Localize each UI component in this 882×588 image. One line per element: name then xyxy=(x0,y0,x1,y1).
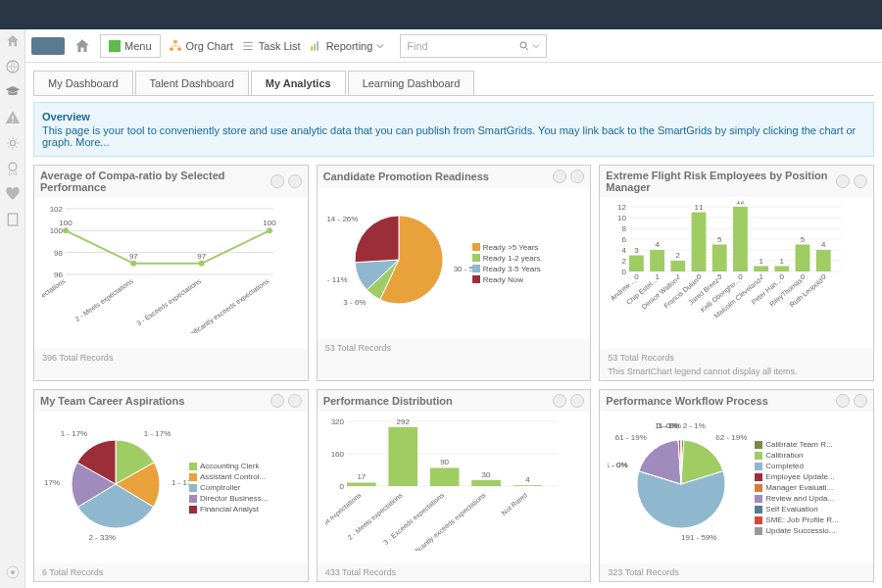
legend-item: Manager Evaluati... xyxy=(755,483,838,492)
gear-icon[interactable] xyxy=(553,394,566,408)
svg-text:6 - 11%: 6 - 11% xyxy=(325,275,348,284)
svg-text:1: 1 xyxy=(760,257,764,266)
chevron-down-icon xyxy=(376,42,384,50)
close-icon[interactable] xyxy=(570,394,584,408)
svg-text:12: 12 xyxy=(617,203,626,212)
svg-text:4: 4 xyxy=(525,475,530,484)
search-placeholder: Find xyxy=(407,40,427,52)
svg-text:320: 320 xyxy=(330,417,344,426)
svg-text:0: 0 xyxy=(339,482,344,491)
tab-talent-dashboard[interactable]: Talent Dashboard xyxy=(135,71,249,95)
svg-rect-62 xyxy=(692,213,707,272)
home-button[interactable] xyxy=(73,36,92,56)
svg-text:2 - 1%: 2 - 1% xyxy=(683,421,706,430)
chevron-down-icon xyxy=(532,42,540,50)
svg-text:1 - 0%: 1 - 0% xyxy=(659,421,681,430)
gear-icon[interactable] xyxy=(553,170,566,183)
svg-text:30: 30 xyxy=(481,470,490,479)
tab-learning-dashboard[interactable]: Learning Dashboard xyxy=(348,71,475,95)
gear-icon[interactable] xyxy=(270,174,284,188)
svg-text:Not Rated: Not Rated xyxy=(500,491,528,516)
widget-title: Average of Compa-ratio by Selected Perfo… xyxy=(40,170,270,193)
legend-item: Ready Now xyxy=(472,275,541,284)
chart-body[interactable]: 016032017292903041 - Does not meet expec… xyxy=(318,412,591,564)
tab-my-dashboard[interactable]: My Dashboard xyxy=(33,71,133,95)
orgchart-link[interactable]: Org Chart xyxy=(169,39,233,53)
medal-icon[interactable] xyxy=(5,161,21,176)
menu-button[interactable]: Menu xyxy=(100,34,161,58)
svg-text:160: 160 xyxy=(330,450,344,459)
widget-title: Performance Workflow Process xyxy=(606,395,767,407)
svg-rect-12 xyxy=(314,43,316,50)
svg-text:102: 102 xyxy=(50,205,64,214)
gear-icon[interactable] xyxy=(836,174,850,188)
doc-icon[interactable] xyxy=(5,212,21,227)
overview-text: This page is your tool to conveniently s… xyxy=(42,124,865,148)
svg-text:1 - 17%: 1 - 17% xyxy=(172,478,189,487)
reporting-link[interactable]: Reporting xyxy=(309,39,385,53)
close-icon[interactable] xyxy=(288,174,302,188)
close-icon[interactable] xyxy=(854,394,867,408)
main-toolbar: Menu Org Chart Task List Reporting Find xyxy=(25,29,882,63)
widget-footer: 323 Total Records xyxy=(600,564,873,581)
svg-rect-65 xyxy=(712,245,727,272)
legend-item: Accounting Clerk xyxy=(189,462,268,470)
reporting-label: Reporting xyxy=(326,40,373,52)
svg-text:2: 2 xyxy=(622,257,627,266)
legend-item: Assistant Control... xyxy=(189,472,268,481)
widget-w5: Performance Distribution 016032017292903… xyxy=(317,389,592,582)
svg-text:292: 292 xyxy=(396,417,410,426)
svg-rect-8 xyxy=(173,40,177,43)
gear-icon[interactable] xyxy=(270,394,284,408)
legend-item: Calibrate Team R... xyxy=(755,440,838,449)
main-content: My DashboardTalent DashboardMy Analytics… xyxy=(25,63,882,588)
warning-icon[interactable] xyxy=(5,110,21,125)
grad-cap-icon[interactable] xyxy=(5,84,21,100)
menu-icon xyxy=(109,40,121,52)
svg-rect-106 xyxy=(388,427,417,486)
legend-item: Calibration xyxy=(755,451,838,460)
close-icon[interactable] xyxy=(288,394,302,408)
chart-body[interactable]: 1 - 17%1 - 17%2 - 33%1 - 17%1 - 17%Accou… xyxy=(34,412,308,564)
legend-item: Review and Upda... xyxy=(755,494,838,503)
close-icon[interactable] xyxy=(570,170,584,183)
legend-item: Ready 1-2 years xyxy=(472,254,541,263)
svg-text:2 - 33%: 2 - 33% xyxy=(88,533,116,542)
globe-icon[interactable] xyxy=(5,59,21,74)
widget-footer: 53 Total Records xyxy=(318,339,591,357)
svg-rect-56 xyxy=(651,250,665,271)
close-icon[interactable] xyxy=(854,174,867,188)
tasklist-link[interactable]: Task List xyxy=(241,39,301,53)
widget-title: My Team Career Aspirations xyxy=(40,395,184,407)
search-icon xyxy=(518,40,530,52)
svg-text:3 - Exceeds expectations: 3 - Exceeds expectations xyxy=(135,277,203,328)
svg-text:0: 0 xyxy=(622,268,627,276)
svg-rect-74 xyxy=(775,267,790,272)
svg-text:14 - 26%: 14 - 26% xyxy=(326,215,358,223)
gear-icon[interactable] xyxy=(5,135,21,151)
reporting-icon xyxy=(309,39,322,53)
more-link[interactable]: More... xyxy=(75,136,109,148)
svg-point-25 xyxy=(130,261,136,267)
gear-icon[interactable] xyxy=(836,394,850,408)
chart-body[interactable]: 2 - 1%62 - 19%191 - 59%1 - 0%1 - 0%61 - … xyxy=(600,412,873,564)
search-input[interactable]: Find xyxy=(400,34,547,58)
chart-body[interactable]: 30 - 57%3 - 6%6 - 11%14 - 26%Ready >5 Ye… xyxy=(318,187,591,339)
widget-footer: 433 Total Records xyxy=(318,564,591,581)
heart-icon[interactable] xyxy=(5,186,21,202)
home-icon[interactable] xyxy=(5,33,21,49)
svg-rect-110 xyxy=(471,480,501,486)
svg-text:100: 100 xyxy=(59,219,73,227)
legend-item: Ready >5 Years xyxy=(472,243,541,252)
legend-item: Director Business... xyxy=(189,494,268,503)
orgchart-icon xyxy=(169,39,182,53)
settings-bottom-icon[interactable] xyxy=(5,564,21,580)
chart-body[interactable]: 969810010210097971001 - Does not meet ex… xyxy=(34,197,308,349)
svg-text:10: 10 xyxy=(617,214,626,222)
svg-text:4: 4 xyxy=(622,246,627,255)
chart-body[interactable]: 0246810123041211105512011105040Andrew ..… xyxy=(600,197,873,349)
overview-info: Overview This page is your tool to conve… xyxy=(33,102,874,157)
tab-my-analytics[interactable]: My Analytics xyxy=(251,71,346,95)
svg-point-27 xyxy=(199,261,205,267)
legend-item: Employee Update... xyxy=(755,472,838,481)
